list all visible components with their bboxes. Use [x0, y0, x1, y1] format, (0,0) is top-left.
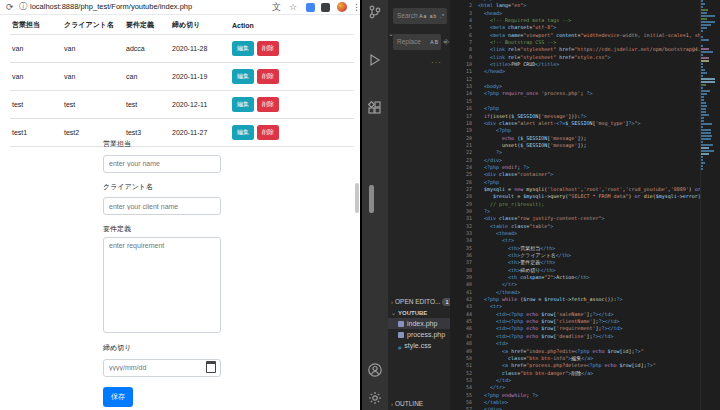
replace-option-icons[interactable]: AB — [430, 34, 439, 50]
table-cell: 2020-12-11 — [170, 91, 230, 119]
table-cell: van — [62, 63, 124, 91]
search-option-icons[interactable]: Aa ab .* — [419, 8, 445, 24]
code-line: <tr> — [478, 237, 700, 244]
code-line: <?php endwhile; ?> — [478, 392, 700, 399]
edit-button[interactable]: 編集 — [232, 69, 254, 84]
settings-gear-icon[interactable] — [367, 390, 383, 406]
edit-button[interactable]: 編集 — [232, 97, 254, 112]
column-header: 要件定義 — [124, 16, 170, 35]
browser-window: ⟳ ⓘ localhost:8888/php_test/Form/youtube… — [0, 0, 360, 410]
table-row: vanvanadcca2020-11-28編集削除 — [10, 35, 354, 63]
code-line: </thead> — [478, 289, 700, 296]
editor-scrollbar[interactable] — [716, 0, 720, 410]
file-item-index-php[interactable]: index.php — [388, 318, 450, 329]
table-cell: 2020-11-28 — [170, 35, 230, 63]
reload-icon[interactable]: ⟳ — [6, 1, 14, 13]
code-line: <?php endif; ?> — [478, 164, 700, 171]
table-cell: van — [10, 63, 62, 91]
code-line: ?> — [478, 149, 700, 156]
code-line: // pre_r($result); — [478, 201, 700, 208]
unsaved-badge: 1 UNSAVED — [442, 298, 450, 306]
account-icon[interactable] — [367, 362, 383, 378]
code-line: <title>PHP CRUD</title> — [478, 61, 700, 68]
code-line: <td><?php echo $row['saleName'];?></td> — [478, 311, 700, 318]
client-label: クライアント名 — [103, 182, 221, 192]
code-editor[interactable]: 1234567891011121314151617181920212223242… — [450, 0, 700, 410]
extensions-icon[interactable] — [367, 100, 383, 116]
code-line: <?php — [478, 179, 700, 186]
column-header: 締め切り — [170, 16, 230, 35]
name-input[interactable] — [103, 155, 221, 173]
code-content[interactable]: <?php<html lang="en"> <head> <!-- Requir… — [478, 0, 700, 410]
table-row: testtesttest2020-12-11編集削除 — [10, 91, 354, 119]
code-line — [478, 98, 700, 105]
browser-scrollbar-thumb[interactable] — [355, 183, 359, 213]
code-line: <?php require_once 'process.php'; ?> — [478, 90, 700, 97]
delete-button[interactable]: 削除 — [257, 97, 279, 112]
replace-all-icon[interactable]: ⎆ — [443, 38, 449, 46]
table-cell: test — [10, 91, 62, 119]
save-button[interactable]: 保存 — [103, 387, 133, 407]
client-input[interactable] — [103, 197, 221, 215]
code-line: <?php while ($row = $result->fetch_assoc… — [478, 296, 700, 303]
php-file-icon — [398, 332, 404, 338]
profile-avatar[interactable] — [337, 2, 347, 12]
edit-button[interactable]: 編集 — [232, 41, 254, 56]
extension-icon-dark[interactable] — [321, 3, 330, 12]
code-line: </td> — [478, 377, 700, 384]
code-line: <div class="row justify-content-center"> — [478, 215, 700, 222]
delete-button[interactable]: 削除 — [257, 41, 279, 56]
code-line — [478, 76, 700, 83]
code-line: <tr> — [478, 303, 700, 310]
file-name: index.php — [407, 320, 437, 327]
page-info-icon[interactable]: ⓘ — [19, 1, 27, 13]
folder-youtube[interactable]: ⌄YOUTUBE — [388, 307, 450, 318]
code-line: <td><?php echo $row['deadline'];?></td> — [478, 333, 700, 340]
delete-button[interactable]: 削除 — [257, 125, 279, 140]
code-line: <th>要件定義</th> — [478, 259, 700, 266]
minimap[interactable] — [700, 0, 717, 410]
replace-input[interactable]: Replace AB — [393, 34, 441, 50]
search-input[interactable]: Search Aa ab .* — [393, 8, 447, 24]
table-cell: 2020-11-19 — [170, 63, 230, 91]
code-line: <div class="container"> — [478, 171, 700, 178]
deadline-date-input[interactable] — [103, 359, 221, 377]
code-line: </tr> — [478, 384, 700, 391]
name-label: 営業担当 — [103, 139, 221, 149]
file-item-process-php[interactable]: process.php — [388, 329, 450, 340]
table-cell: van — [62, 35, 124, 63]
url-bar[interactable]: localhost:8888/php_test/Form/youtube/ind… — [30, 2, 192, 11]
code-line: <link rel="stylesheet" href="https://cdn… — [478, 46, 700, 53]
outline-section[interactable]: ›OUTLINE — [388, 398, 450, 409]
php-file-icon — [398, 321, 404, 327]
code-line: </head> — [478, 68, 700, 75]
table-cell: can — [124, 63, 170, 91]
code-line: </tr> — [478, 281, 700, 288]
run-debug-icon[interactable] — [367, 52, 383, 68]
column-header: 営業担当 — [10, 16, 62, 35]
table-row: vanvancan2020-11-19編集削除 — [10, 63, 354, 91]
file-item-style-css[interactable]: #style.css — [388, 340, 450, 351]
scrollbar-thumb[interactable] — [369, 185, 374, 213]
code-line: <th colspan="2">Action</th> — [478, 274, 700, 281]
browser-menu-icon[interactable]: ⋮ — [352, 1, 360, 13]
code-line: class="btn btn-info">編集</a> — [478, 355, 700, 362]
extension-icon-blue[interactable] — [306, 3, 315, 12]
code-line: <th>クライアント名</th> — [478, 252, 700, 259]
code-line: <td><?php echo $row['clientName'];?></td… — [478, 318, 700, 325]
code-line: class="btn btn-danger">削除</a> — [478, 370, 700, 377]
requirement-textarea[interactable] — [103, 237, 221, 333]
code-line: unset($_SESSION['message']); — [478, 142, 700, 149]
screen: ⟳ ⓘ localhost:8888/php_test/Form/youtube… — [0, 0, 720, 410]
open-editors-section[interactable]: ›OPEN EDITO...1 UNSAVED — [388, 296, 450, 307]
bookmark-star-icon[interactable]: ☆ — [289, 1, 297, 13]
code-line: <th>締め切り</th> — [478, 267, 700, 274]
edit-button[interactable]: 編集 — [232, 125, 254, 140]
file-name: style.css — [404, 342, 431, 349]
search-more-icon[interactable]: ··· — [431, 58, 442, 67]
calendar-icon[interactable] — [206, 361, 216, 373]
source-control-icon[interactable] — [367, 4, 383, 20]
code-line: </div> — [478, 406, 700, 410]
translate-icon[interactable]: 文 — [272, 1, 281, 13]
delete-button[interactable]: 削除 — [257, 69, 279, 84]
